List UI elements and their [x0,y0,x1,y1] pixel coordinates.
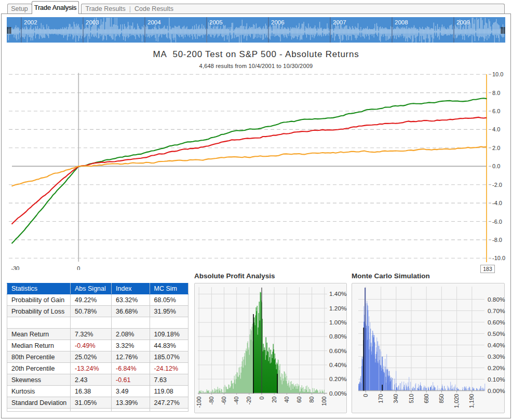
svg-text:-6.0: -6.0 [492,219,502,225]
svg-text:-10.0: -10.0 [492,255,505,261]
svg-text:1.40%: 1.40% [329,290,347,297]
svg-text:0: 0 [77,265,80,270]
svg-text:0.00%: 0.00% [488,387,505,395]
svg-text:2006: 2006 [271,19,285,25]
svg-text:0.70%: 0.70% [488,307,505,315]
svg-text:0.40%: 0.40% [329,361,347,369]
svg-text:2009: 2009 [456,19,470,25]
svg-text:100: 100 [321,397,327,406]
svg-text:2.0: 2.0 [492,145,500,151]
svg-text:-4.0: -4.0 [492,200,502,206]
svg-text:4.0: 4.0 [492,126,500,132]
svg-text:-60: -60 [221,397,227,405]
svg-text:680: 680 [423,394,429,403]
svg-text:0.20%: 0.20% [329,375,347,383]
svg-text:2007: 2007 [333,19,346,25]
svg-text:2003: 2003 [86,19,99,25]
svg-text:0.80%: 0.80% [488,296,505,303]
svg-text:-20: -20 [246,397,252,405]
svg-text:0.30%: 0.30% [488,353,505,360]
svg-text:0.00%: 0.00% [329,390,347,397]
svg-text:0.60%: 0.60% [488,319,505,326]
svg-text:170: 170 [378,394,384,403]
svg-text:20: 20 [271,397,277,403]
svg-text:2008: 2008 [395,19,408,25]
svg-text:0.40%: 0.40% [488,342,505,349]
svg-text:0.20%: 0.20% [488,364,505,372]
svg-text:1,020: 1,020 [453,394,460,409]
svg-text:-8.0: -8.0 [492,237,502,243]
svg-text:2002: 2002 [24,19,37,25]
svg-text:80: 80 [308,397,315,403]
svg-text:0.80%: 0.80% [329,333,347,340]
svg-text:-100: -100 [196,397,202,408]
svg-text:1.20%: 1.20% [329,305,347,312]
svg-text:850: 850 [438,394,444,403]
svg-text:6.0: 6.0 [492,108,500,114]
svg-text:10.0: 10.0 [492,71,503,77]
svg-text:-80: -80 [208,397,214,405]
svg-text:0.50%: 0.50% [488,330,505,337]
svg-text:2005: 2005 [209,19,223,25]
svg-text:-2.0: -2.0 [492,182,502,188]
svg-text:-40: -40 [233,397,239,405]
svg-text:0.60%: 0.60% [329,347,347,355]
svg-text:340: 340 [393,394,399,403]
svg-text:1.00%: 1.00% [329,319,347,326]
svg-text:60: 60 [296,397,302,403]
svg-text:510: 510 [408,394,414,403]
svg-text:0.10%: 0.10% [488,376,505,383]
svg-text:40: 40 [284,397,290,403]
svg-text:0: 0 [362,394,369,397]
svg-text:2004: 2004 [147,19,161,25]
svg-text:1,190: 1,190 [468,394,475,409]
svg-text:8.0: 8.0 [492,90,500,96]
svg-text:0.0: 0.0 [492,163,500,169]
svg-text:-30: -30 [11,265,20,270]
svg-text:0: 0 [259,397,265,400]
